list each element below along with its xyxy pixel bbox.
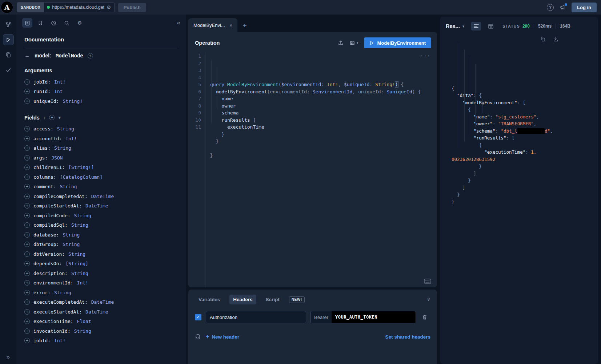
header-value-field[interactable]: Bearer	[310, 311, 416, 323]
nav-explorer-button[interactable]	[3, 34, 14, 45]
expand-rail-icon[interactable]: »	[0, 354, 16, 360]
add-field-icon[interactable]: +	[24, 309, 30, 315]
collapse-panel-icon[interactable]: »	[426, 298, 432, 301]
field-type[interactable]: String	[63, 242, 80, 247]
field-type[interactable]: DateTime	[85, 309, 108, 315]
docs-settings-button[interactable]: ⚙	[75, 18, 85, 28]
search-button[interactable]	[61, 18, 72, 28]
field-type[interactable]: String	[63, 232, 80, 238]
field-type[interactable]: String	[71, 222, 88, 228]
endpoint-url-field[interactable]: https://metadata.cloud.get ⚙	[44, 3, 114, 12]
set-shared-headers-link[interactable]: Set shared headers	[385, 334, 430, 340]
field-name[interactable]: dbtGroup:	[33, 242, 59, 247]
field-type[interactable]: [String!]	[68, 165, 94, 170]
add-field-icon[interactable]: +	[24, 136, 30, 141]
field-type[interactable]: [CatalogColumn]	[60, 174, 103, 180]
field-name[interactable]: childrenL1:	[33, 165, 65, 170]
add-field-icon[interactable]: +	[24, 126, 30, 132]
field-name[interactable]: columns:	[33, 174, 56, 180]
fields-chevron-icon[interactable]: ▾	[58, 115, 61, 120]
doc-field-row[interactable]: +alias:String	[24, 143, 179, 153]
add-field-icon[interactable]: +	[24, 232, 30, 238]
field-name[interactable]: executionTime:	[33, 319, 73, 324]
field-name[interactable]: uniqueId:	[33, 98, 59, 104]
doc-field-row[interactable]: +compileStartedAt:DateTime	[24, 201, 179, 211]
add-field-icon[interactable]: +	[24, 328, 30, 334]
field-name[interactable]: error:	[33, 290, 51, 295]
add-field-icon[interactable]: +	[24, 174, 30, 180]
auth-token-input[interactable]	[332, 311, 416, 323]
doc-field-row[interactable]: +comment:String	[24, 182, 179, 192]
add-field-icon[interactable]: +	[24, 79, 30, 85]
query-code[interactable]: query ModelByEnvironment($environmentId:…	[206, 53, 437, 287]
field-name[interactable]: executeStartedAt:	[33, 309, 82, 315]
doc-field-row[interactable]: +jobId:Int!	[24, 77, 179, 87]
field-name[interactable]: invocationId:	[33, 328, 71, 334]
field-type[interactable]: Int	[54, 89, 63, 94]
operation-menu-icon[interactable]: ···	[420, 53, 430, 60]
doc-field-row[interactable]: +uniqueId:String!	[24, 96, 179, 106]
add-field-icon[interactable]: +	[24, 271, 30, 276]
add-field-icon[interactable]: +	[24, 222, 30, 228]
field-name[interactable]: description:	[33, 271, 68, 276]
new-tab-icon[interactable]: +	[241, 22, 249, 32]
add-model-icon[interactable]: +	[88, 53, 93, 58]
doc-field-row[interactable]: +dbtGroup:String	[24, 240, 179, 250]
doc-field-row[interactable]: +database:String	[24, 230, 179, 240]
field-type[interactable]: String	[57, 126, 74, 132]
add-field-icon[interactable]: +	[24, 261, 30, 266]
tab-variables[interactable]: Variables	[195, 295, 224, 304]
field-type[interactable]: String	[74, 328, 91, 334]
add-field-icon[interactable]: +	[24, 290, 30, 295]
field-name[interactable]: access:	[33, 126, 53, 132]
endpoint-url[interactable]: https://metadata.cloud.get	[52, 5, 104, 10]
doc-field-row[interactable]: +error:String	[24, 288, 179, 298]
add-field-icon[interactable]: +	[24, 98, 30, 104]
field-name[interactable]: compiledCode:	[33, 213, 71, 218]
field-type[interactable]: Int!	[54, 338, 65, 343]
field-type[interactable]: String	[74, 213, 91, 218]
field-type[interactable]: String	[60, 184, 77, 189]
close-tab-icon[interactable]: ×	[229, 22, 233, 28]
doc-field-row[interactable]: +compiledCode:String	[24, 211, 179, 221]
response-menu-chevron-icon[interactable]: ▾	[462, 24, 465, 29]
field-name[interactable]: accountId:	[33, 136, 62, 141]
field-type[interactable]: Int!	[77, 280, 88, 286]
field-type[interactable]: JSON	[51, 155, 63, 161]
endpoint-settings-icon[interactable]: ⚙	[107, 5, 111, 10]
field-type[interactable]: DateTime	[91, 194, 114, 199]
nav-operations-button[interactable]	[3, 49, 14, 60]
add-field-icon[interactable]: +	[24, 213, 30, 218]
add-field-icon[interactable]: +	[24, 145, 30, 151]
field-name[interactable]: dependsOn:	[33, 261, 62, 266]
doc-field-row[interactable]: +childrenL1:[String!]	[24, 163, 179, 173]
nav-checks-button[interactable]	[3, 65, 14, 76]
doc-field-row[interactable]: +jobId:Int!	[24, 336, 179, 346]
add-field-icon[interactable]: +	[24, 299, 30, 305]
doc-field-row[interactable]: +invocationId:String	[24, 326, 179, 336]
response-json[interactable]: { "data": { "modelByEnvironment": [ { "n…	[452, 36, 593, 205]
field-type[interactable]: [String]	[65, 261, 88, 266]
doc-field-row[interactable]: +dbtVersion:String	[24, 249, 179, 259]
doc-field-row[interactable]: +description:String	[24, 268, 179, 278]
format-json-button[interactable]	[471, 22, 481, 31]
login-button[interactable]: Log in	[572, 3, 597, 12]
doc-field-row[interactable]: +accountId:Int!	[24, 134, 179, 143]
add-field-icon[interactable]: +	[24, 165, 30, 170]
field-type[interactable]: String	[71, 271, 88, 276]
doc-field-row[interactable]: +executeCompletedAt:DateTime	[24, 298, 179, 307]
table-view-button[interactable]	[486, 22, 496, 31]
doc-field-row[interactable]: +access:String	[24, 124, 179, 134]
field-name[interactable]: alias:	[33, 145, 51, 151]
field-type[interactable]: DateTime	[91, 299, 114, 305]
doc-field-row[interactable]: +runId:Int	[24, 87, 179, 97]
add-field-icon[interactable]: +	[24, 194, 30, 199]
doc-field-row[interactable]: +compileCompletedAt:DateTime	[24, 191, 179, 201]
help-icon[interactable]: ?	[547, 4, 554, 11]
add-field-icon[interactable]: +	[24, 155, 30, 161]
add-field-icon[interactable]: +	[24, 251, 30, 257]
field-name[interactable]: environmentId:	[33, 280, 73, 286]
field-type[interactable]: String	[54, 145, 71, 151]
field-type[interactable]: String!	[63, 98, 83, 104]
field-name[interactable]: compiledSql:	[33, 222, 68, 228]
